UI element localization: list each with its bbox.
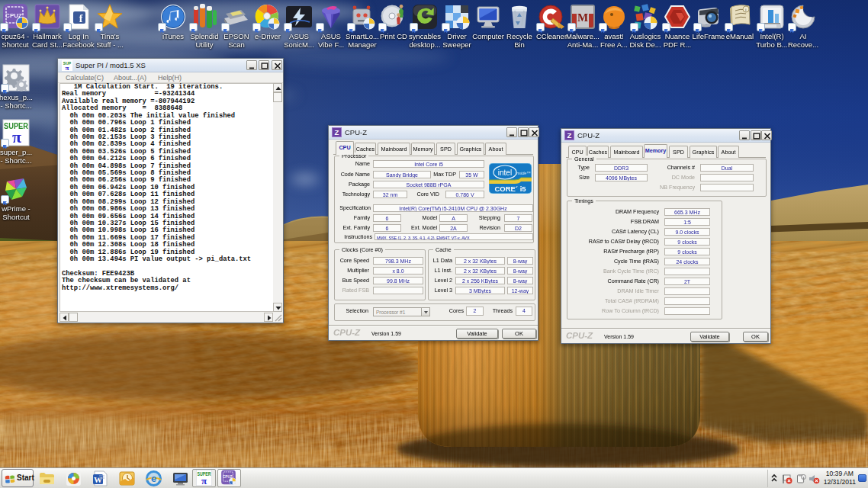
svg-text:CORE´ i5: CORE´ i5 bbox=[494, 185, 526, 193]
svg-text:π: π bbox=[12, 127, 21, 146]
svg-text:i: i bbox=[745, 8, 746, 12]
svg-text:Z: Z bbox=[567, 131, 572, 140]
svg-text:f: f bbox=[79, 13, 83, 24]
svg-text:intel: intel bbox=[498, 169, 512, 177]
svg-text:π: π bbox=[201, 475, 207, 486]
svg-text:e: e bbox=[151, 473, 156, 484]
svg-text:Z: Z bbox=[335, 128, 339, 136]
svg-text:M: M bbox=[577, 11, 588, 24]
svg-text:π: π bbox=[66, 64, 69, 71]
